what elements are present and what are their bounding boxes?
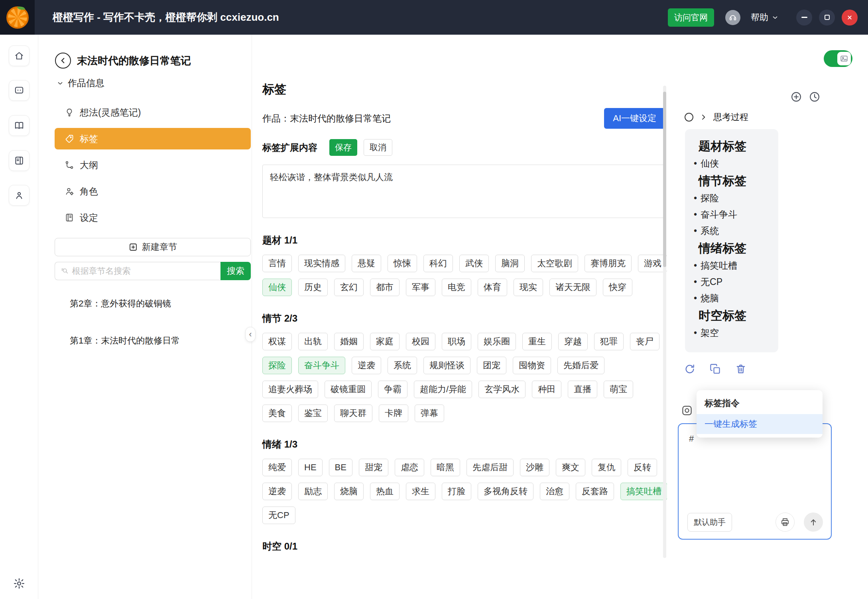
tag-pill[interactable]: 军事	[406, 279, 435, 296]
tag-note-textarea[interactable]: 轻松诙谐，整体背景类似凡人流	[262, 165, 665, 218]
tag-pill[interactable]: 权谋	[262, 333, 292, 350]
sidebar-item-outline[interactable]: 大纲	[55, 154, 251, 176]
tag-pill[interactable]: 搞笑吐槽	[620, 483, 667, 500]
send-button[interactable]	[804, 513, 823, 532]
sidebar-item-settings[interactable]: 设定	[55, 207, 251, 228]
copy-button[interactable]	[709, 362, 722, 376]
tag-pill[interactable]: 囤物资	[513, 357, 551, 374]
assistant-selector[interactable]: 默认助手	[687, 513, 732, 532]
minimize-button[interactable]	[796, 10, 812, 26]
tag-pill[interactable]: 治愈	[540, 483, 569, 500]
main-scrollbar[interactable]	[663, 86, 666, 558]
tag-pill[interactable]: 卡牌	[379, 405, 408, 422]
tag-pill[interactable]: 求生	[406, 483, 435, 500]
tag-pill[interactable]: 无CP	[262, 507, 295, 524]
tag-pill[interactable]: 犯罪	[594, 333, 624, 350]
tag-pill[interactable]: 虐恋	[395, 459, 424, 476]
support-button[interactable]	[725, 10, 740, 25]
thinking-process-row[interactable]: 思考过程	[685, 111, 748, 123]
nav-home[interactable]	[9, 45, 30, 66]
tag-pill[interactable]: 科幻	[423, 255, 453, 272]
nav-book[interactable]	[9, 150, 30, 171]
tag-pill[interactable]: 电竞	[442, 279, 471, 296]
tag-pill[interactable]: 太空歌剧	[531, 255, 578, 272]
tag-pill[interactable]: 热血	[370, 483, 400, 500]
sidebar-item-ideas[interactable]: 想法(灵感笔记)	[55, 102, 251, 123]
tag-pill[interactable]: 职场	[442, 333, 471, 350]
tag-pill[interactable]: 追妻火葬场	[262, 381, 318, 398]
tag-pill[interactable]: 婚姻	[334, 333, 364, 350]
tag-pill[interactable]: 沙雕	[520, 459, 549, 476]
tag-pill[interactable]: 快穿	[603, 279, 632, 296]
tag-pill[interactable]: 悬疑	[352, 255, 381, 272]
history-button[interactable]	[809, 91, 821, 103]
work-info-toggle[interactable]: 作品信息	[57, 77, 104, 89]
tag-pill[interactable]: 都市	[370, 279, 400, 296]
tag-pill[interactable]: 家庭	[370, 333, 400, 350]
back-button[interactable]	[55, 53, 71, 69]
tag-pill[interactable]: 团宠	[477, 357, 506, 374]
scrollbar-thumb[interactable]	[663, 92, 666, 267]
tag-pill[interactable]: 武侠	[459, 255, 489, 272]
chapter-item[interactable]: 第2章：意外获得的破铜镜	[38, 292, 252, 316]
tag-pill[interactable]: 娱乐圈	[478, 333, 516, 350]
tag-pill[interactable]: 超能力/异能	[414, 381, 472, 398]
tag-pill[interactable]: 出轨	[298, 333, 328, 350]
new-chapter-button[interactable]: 新建章节	[55, 238, 251, 256]
tag-pill[interactable]: 甜宠	[359, 459, 388, 476]
tag-pill[interactable]: 穿越	[558, 333, 588, 350]
tag-pill[interactable]: 现实情感	[298, 255, 345, 272]
tag-pill[interactable]: 反套路	[576, 483, 614, 500]
tag-pill[interactable]: 复仇	[592, 459, 621, 476]
tag-pill[interactable]: 系统	[388, 357, 417, 374]
tag-pill[interactable]: 玄幻	[334, 279, 364, 296]
sidebar-item-roles[interactable]: 角色	[55, 181, 251, 202]
tag-pill[interactable]: 丧尸	[630, 333, 659, 350]
tag-pill[interactable]: HE	[298, 459, 323, 476]
search-button[interactable]: 搜索	[220, 262, 251, 280]
tag-pill[interactable]: 言情	[262, 255, 292, 272]
nav-library[interactable]	[9, 115, 30, 136]
save-button[interactable]: 保存	[329, 139, 357, 156]
tag-pill[interactable]: 弹幕	[415, 405, 444, 422]
tag-pill[interactable]: 争霸	[378, 381, 407, 398]
delete-button[interactable]	[734, 362, 748, 376]
tag-pill[interactable]: 惊悚	[388, 255, 417, 272]
tag-pill[interactable]: 打脸	[442, 483, 471, 500]
tag-pill[interactable]: 先虐后甜	[466, 459, 514, 476]
visit-site-button[interactable]: 访问官网	[668, 8, 714, 27]
help-menu[interactable]: 帮助	[751, 12, 779, 24]
tag-pill[interactable]: 聊天群	[334, 405, 372, 422]
tag-pill[interactable]: 暗黑	[431, 459, 460, 476]
tag-pill[interactable]: 奋斗争斗	[298, 357, 345, 374]
chapter-item[interactable]: 第1章：末法时代的散修日常	[38, 329, 252, 353]
tag-pill[interactable]: 纯爱	[262, 459, 292, 476]
tag-pill[interactable]: 体育	[478, 279, 507, 296]
ai-setup-button[interactable]: AI一键设定	[604, 108, 665, 129]
tag-pill[interactable]: 诸天无限	[549, 279, 596, 296]
tag-pill[interactable]: 玄学风水	[478, 381, 526, 398]
maximize-button[interactable]	[819, 10, 835, 26]
tag-pill[interactable]: 历史	[298, 279, 328, 296]
tag-pill[interactable]: 仙侠	[262, 279, 292, 296]
tag-pill[interactable]: 先婚后爱	[557, 357, 604, 374]
tag-pill[interactable]: 多视角反转	[478, 483, 533, 500]
tag-pill[interactable]: 美食	[262, 405, 292, 422]
tag-pill[interactable]: 爽文	[556, 459, 585, 476]
new-session-button[interactable]	[790, 91, 802, 103]
tag-pill[interactable]: BE	[329, 459, 352, 476]
command-menu-item[interactable]: 一键生成标签	[697, 414, 823, 434]
tag-pill[interactable]: 现实	[514, 279, 543, 296]
settings-button[interactable]	[13, 577, 25, 589]
tag-pill[interactable]: 励志	[298, 483, 328, 500]
tag-pill[interactable]: 脑洞	[495, 255, 525, 272]
tag-pill[interactable]: 鉴宝	[298, 405, 328, 422]
tag-pill[interactable]: 种田	[532, 381, 561, 398]
regenerate-button[interactable]	[683, 362, 697, 376]
nav-chat[interactable]	[9, 80, 30, 101]
tag-pill[interactable]: 逆袭	[262, 483, 292, 500]
collapse-sidebar-handle[interactable]: ‹	[245, 327, 256, 342]
assistant-panel-toggle[interactable]	[824, 50, 852, 67]
tag-pill[interactable]: 萌宝	[604, 381, 633, 398]
tag-pill[interactable]: 烧脑	[334, 483, 364, 500]
